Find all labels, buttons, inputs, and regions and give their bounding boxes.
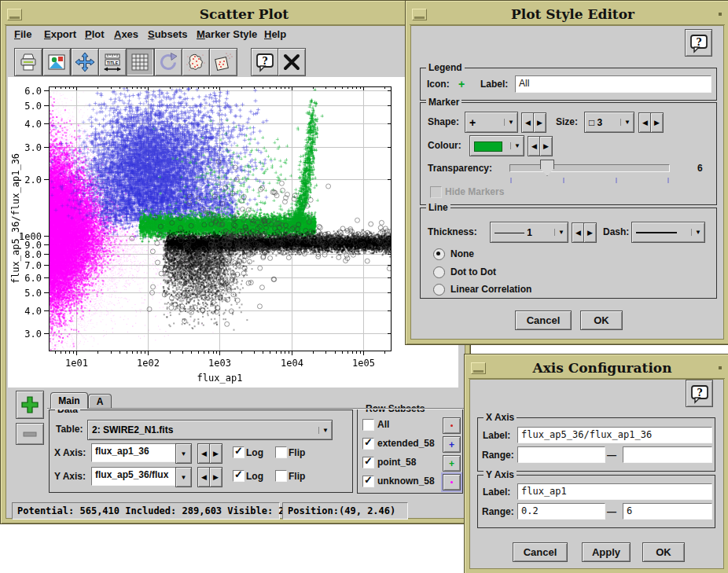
minimize-button[interactable]	[412, 9, 427, 20]
y-range-max-field[interactable]: 6	[623, 503, 712, 520]
hide-markers-checkbox[interactable]	[430, 186, 442, 198]
ok-button[interactable]: OK	[580, 310, 623, 330]
tab-main[interactable]: Main	[50, 392, 88, 409]
y-log-checkbox[interactable]	[233, 470, 245, 482]
tab-a[interactable]: A	[88, 394, 112, 409]
axis-config-titlebar[interactable]: Axis Configuration	[469, 358, 725, 379]
svg-text:?: ?	[697, 388, 702, 399]
scatter-titlebar[interactable]: Scatter Plot	[5, 4, 466, 25]
y-axis-field[interactable]: flux_ap5_36/flux	[91, 467, 177, 486]
shape-next-button[interactable]: ▶	[533, 112, 546, 133]
x-flip-label: Flip	[289, 447, 305, 458]
help-button[interactable]: ?	[251, 48, 279, 76]
x-label-field[interactable]: flux_ap5_36/flux_ap1_36	[517, 427, 712, 443]
style-editor-titlebar[interactable]: Plot Style Editor	[410, 4, 725, 25]
export-image-icon	[46, 52, 67, 72]
y-label-field[interactable]: flux_ap1	[517, 483, 712, 500]
subset-all-checkbox[interactable]	[362, 419, 374, 431]
ok-button-label: OK	[656, 546, 671, 558]
legend-label-field[interactable]: All	[515, 75, 711, 93]
tab-a-label: A	[97, 396, 104, 407]
thickness-combo[interactable]: 1 ▼	[490, 222, 568, 243]
size-next-button[interactable]: ▶	[650, 112, 664, 133]
transparency-slider-track[interactable]	[509, 164, 670, 172]
export-image-button[interactable]	[42, 48, 71, 76]
line-dot-to-dot-radio[interactable]	[433, 266, 445, 278]
remove-dataset-button[interactable]	[16, 423, 44, 445]
x-range-label: Range:	[482, 450, 514, 461]
x-range-min-field[interactable]	[517, 446, 605, 463]
colour-combo[interactable]: ▼	[469, 135, 524, 156]
plot-panel[interactable]	[8, 77, 458, 388]
shape-combo[interactable]: + ▼	[465, 112, 518, 133]
minimize-button[interactable]	[7, 9, 22, 20]
help-button[interactable]: ?	[686, 380, 713, 407]
x-axis-next-button[interactable]: ▶	[209, 443, 222, 464]
close-button[interactable]	[278, 48, 306, 76]
data-group: Data Table: 2: SWIRE2_N1.fits ▼ X Axis: …	[49, 410, 353, 493]
region-subset-button[interactable]	[209, 48, 237, 76]
grid-toggle-button[interactable]	[126, 48, 154, 76]
x-axis-field[interactable]: flux_ap1_36	[91, 443, 177, 462]
subset-extended-checkbox[interactable]	[362, 438, 374, 450]
rescale-button[interactable]	[71, 48, 99, 76]
replot-button[interactable]	[154, 48, 182, 76]
menu-marker-style[interactable]: Marker Style	[197, 28, 257, 40]
magenta-dot-marker-icon	[450, 481, 453, 483]
subset-point-checkbox[interactable]	[362, 457, 374, 468]
minimize-button[interactable]	[471, 362, 486, 374]
tab-panel-border	[47, 408, 465, 409]
blob-subset-button[interactable]	[182, 48, 210, 76]
y-flip-checkbox[interactable]	[275, 470, 287, 482]
menu-axes[interactable]: Axes	[114, 28, 138, 40]
help-icon: ?	[689, 384, 710, 404]
window-title: Scatter Plot	[22, 6, 466, 22]
cancel-button[interactable]: Cancel	[515, 310, 572, 330]
cancel-button[interactable]: Cancel	[513, 542, 568, 562]
x-axis-dropdown-button[interactable]: ▼	[175, 443, 192, 464]
line-linear-correlation-radio[interactable]	[433, 284, 445, 296]
menu-help[interactable]: Help	[264, 28, 286, 40]
help-icon: ?	[255, 52, 275, 72]
help-button[interactable]: ?	[685, 29, 712, 57]
axes-title-edit-button[interactable]: TITLE	[98, 48, 127, 76]
scatter-plot-window: Scatter Plot File Export Plot Axes Subse…	[0, 0, 471, 524]
menu-subsets[interactable]: Subsets	[148, 28, 188, 40]
subset-all-style-button[interactable]	[443, 417, 461, 434]
subset-extended-style-button[interactable]: +	[443, 436, 461, 453]
x-flip-checkbox[interactable]	[275, 446, 287, 458]
menu-file[interactable]: File	[14, 28, 31, 40]
y-axis-next-button[interactable]: ▶	[209, 467, 222, 487]
subset-unknown-checkbox[interactable]	[362, 476, 374, 487]
y-range-min-field[interactable]: 0.2	[517, 503, 605, 520]
y-axis-dropdown-button[interactable]: ▼	[175, 467, 192, 487]
subset-point-style-button[interactable]: +	[443, 455, 461, 472]
x-axis-label: X Axis:	[54, 447, 86, 458]
size-combo[interactable]: □ 3 ▼	[584, 112, 634, 133]
add-dataset-button[interactable]	[16, 391, 44, 419]
toolbar: TITLE ?	[6, 43, 465, 78]
menu-plot[interactable]: Plot	[85, 28, 105, 40]
x-log-checkbox[interactable]	[233, 446, 245, 458]
ok-button[interactable]: OK	[642, 542, 685, 562]
dash-combo[interactable]: ▼	[631, 222, 705, 243]
line-dot-to-dot-label: Dot to Dot	[450, 266, 496, 277]
line-none-radio[interactable]	[433, 248, 445, 260]
colour-next-button[interactable]: ▶	[539, 136, 553, 156]
print-button[interactable]	[14, 48, 42, 76]
x-range-max-field[interactable]	[623, 446, 712, 463]
apply-button[interactable]: Apply	[582, 542, 631, 562]
chevron-down-icon: ▼	[504, 119, 517, 126]
hide-markers-label: Hide Markers	[445, 186, 504, 197]
thickness-combo-value: 1	[527, 227, 532, 238]
slider-tick	[616, 178, 617, 183]
subset-extended-label: extended_58	[377, 438, 435, 449]
table-combo[interactable]: 2: SWIRE2_N1.fits ▼	[87, 420, 333, 440]
subset-unknown-style-button[interactable]	[443, 474, 461, 490]
x-axis-group: X Axis Label: flux_ap5_36/flux_ap1_36 Ra…	[477, 417, 715, 472]
thickness-next-button[interactable]: ▶	[583, 222, 597, 243]
axis-config-content: ? X Axis Label: flux_ap5_36/flux_ap1_36 …	[469, 379, 724, 569]
transparency-slider-thumb[interactable]	[540, 160, 554, 176]
scatter-plot-canvas[interactable]	[8, 77, 458, 388]
menu-export[interactable]: Export	[44, 28, 76, 40]
